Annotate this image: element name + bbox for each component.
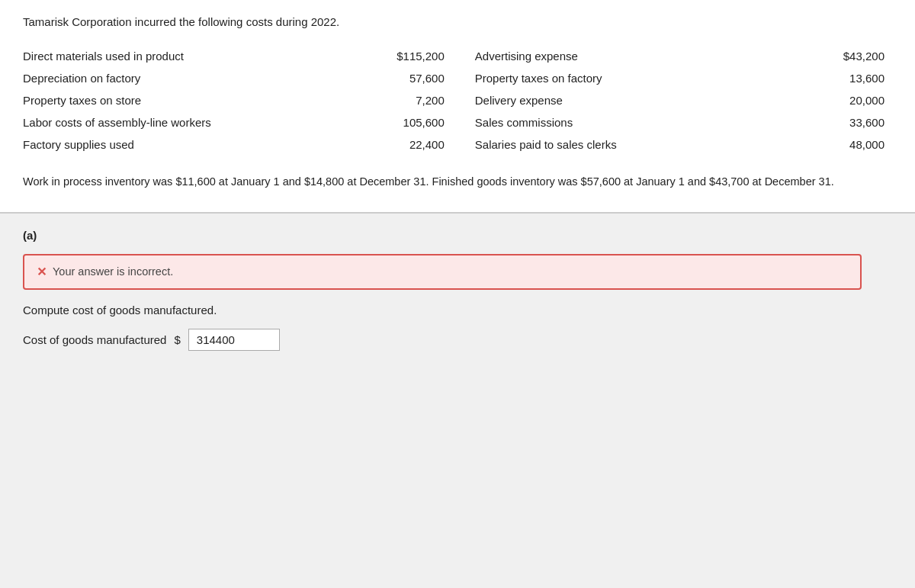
right-label: Sales commissions [475, 111, 776, 133]
costs-table: Direct materials used in product $115,20… [23, 45, 892, 156]
left-label: Depreciation on factory [23, 67, 348, 89]
bottom-section: (a) ✕ Your answer is incorrect. Compute … [0, 214, 915, 366]
top-section: Tamarisk Corporation incurred the follow… [0, 0, 915, 213]
page-container: Tamarisk Corporation incurred the follow… [0, 0, 915, 588]
cost-of-goods-manufactured-input[interactable] [188, 329, 280, 351]
right-amount: 48,000 [776, 133, 892, 156]
right-amount: 13,600 [776, 67, 892, 89]
error-text: Your answer is incorrect. [53, 265, 173, 278]
answer-field-label: Cost of goods manufactured [23, 333, 166, 346]
right-amount: $43,200 [776, 45, 892, 67]
table-row: Direct materials used in product $115,20… [23, 45, 892, 67]
left-amount: 105,600 [348, 111, 475, 133]
right-label: Salaries paid to sales clerks [475, 133, 776, 156]
right-label: Delivery expense [475, 89, 776, 111]
table-row: Property taxes on store 7,200 Delivery e… [23, 89, 892, 111]
right-label: Property taxes on factory [475, 67, 776, 89]
intro-text: Tamarisk Corporation incurred the follow… [23, 15, 892, 28]
table-row: Labor costs of assembly-line workers 105… [23, 111, 892, 133]
left-label: Factory supplies used [23, 133, 348, 156]
left-amount: $115,200 [348, 45, 475, 67]
error-box: ✕ Your answer is incorrect. [23, 254, 862, 290]
table-row: Depreciation on factory 57,600 Property … [23, 67, 892, 89]
right-amount: 20,000 [776, 89, 892, 111]
left-label: Property taxes on store [23, 89, 348, 111]
dollar-sign: $ [174, 333, 180, 346]
left-amount: 57,600 [348, 67, 475, 89]
left-amount: 7,200 [348, 89, 475, 111]
error-icon: ✕ [37, 265, 47, 279]
note-text: Work in process inventory was $11,600 at… [23, 174, 892, 191]
right-amount: 33,600 [776, 111, 892, 133]
table-row: Factory supplies used 22,400 Salaries pa… [23, 133, 892, 156]
left-label: Direct materials used in product [23, 45, 348, 67]
compute-label: Compute cost of goods manufactured. [23, 304, 892, 316]
left-label: Labor costs of assembly-line workers [23, 111, 348, 133]
part-label: (a) [23, 229, 892, 242]
left-amount: 22,400 [348, 133, 475, 156]
right-label: Advertising expense [475, 45, 776, 67]
answer-row: Cost of goods manufactured $ [23, 329, 892, 351]
